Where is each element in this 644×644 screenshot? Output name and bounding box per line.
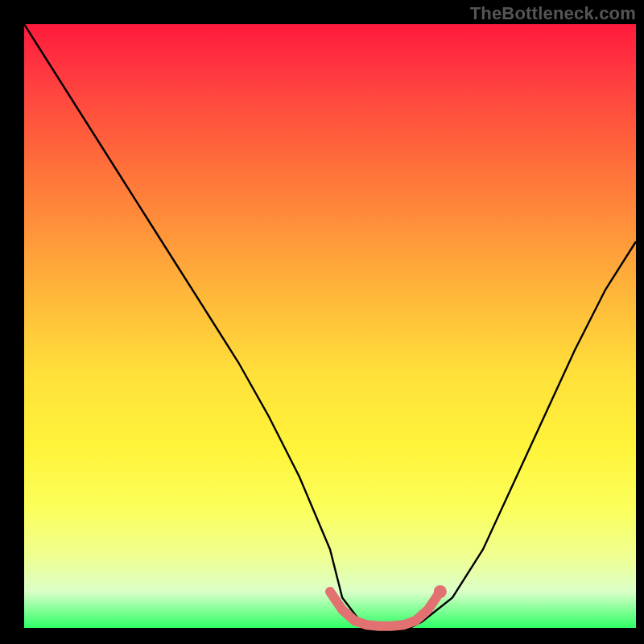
watermark-text: TheBottleneck.com (470, 3, 636, 24)
chart-svg (24, 24, 636, 628)
plot-area (24, 24, 636, 628)
highlight-marker-dot (434, 585, 447, 598)
chart-frame: TheBottleneck.com (0, 0, 644, 644)
main-curve-path (24, 24, 636, 628)
